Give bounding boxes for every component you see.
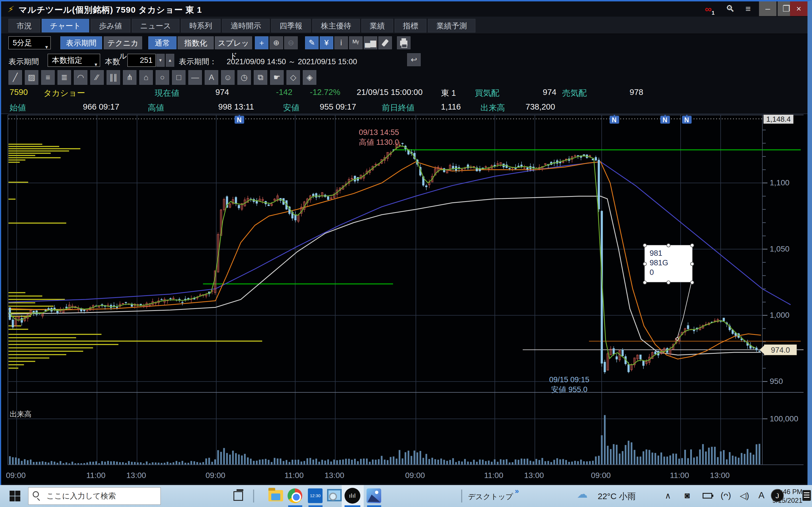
link-icon[interactable]: ∞1 (705, 4, 714, 16)
time-marker-icon[interactable]: ◷ (238, 70, 251, 85)
hand-icon[interactable]: ☛ (270, 70, 284, 85)
pencil-icon[interactable]: ✎ (305, 36, 319, 49)
market-name: 東 1 (441, 88, 456, 99)
low-label: 安値 (283, 102, 299, 114)
pentagon-icon[interactable]: ⌂ (139, 70, 153, 85)
rectangle-icon[interactable]: □ (172, 70, 186, 85)
zoom-in-icon[interactable]: ⊕ (269, 36, 283, 49)
close-button[interactable]: × (790, 1, 808, 16)
battery-icon[interactable] (703, 493, 712, 499)
ime-letter[interactable]: A (758, 490, 764, 501)
period-caption: 表示期間： (179, 57, 217, 67)
magnifier-app-icon[interactable] (327, 489, 342, 501)
resize-handle[interactable] (690, 243, 694, 247)
resize-handle[interactable] (666, 243, 670, 247)
spread-button[interactable]: スプレッド (215, 36, 252, 49)
print-icon[interactable] (397, 36, 410, 49)
resize-handle[interactable] (690, 281, 694, 284)
count-input[interactable]: 251 (128, 54, 156, 67)
camera-tray-icon[interactable]: ◙ (684, 491, 690, 500)
normal-button[interactable]: 通常 (148, 36, 176, 49)
change-percent: -12.72% (310, 88, 340, 97)
tab-4[interactable]: ニュース (132, 19, 179, 33)
tab-1[interactable]: 市況 (8, 19, 40, 33)
count-up-spinner[interactable]: ▲ (166, 54, 174, 67)
segment-icon[interactable]: — (188, 70, 202, 85)
stock-code: 7590 (10, 88, 28, 97)
taskbar-search-input[interactable]: ここに入力して検索 (28, 487, 161, 505)
tab-7[interactable]: 四季報 (271, 19, 311, 33)
my-chart-icon[interactable]: ᴹᵞ (349, 36, 363, 49)
weather-icon[interactable]: ☁ (577, 488, 588, 500)
indexed-button[interactable]: 指数化 (177, 36, 214, 49)
text-annotation-box[interactable]: 981 981G 0 (645, 245, 693, 282)
resize-handle[interactable] (643, 262, 647, 266)
clock-app-icon[interactable]: 12:30 (308, 489, 322, 503)
search-icon[interactable]: 🔍︎ (726, 4, 735, 14)
tab-10[interactable]: 指標 (395, 19, 426, 33)
speaker-icon[interactable]: ◁) (740, 491, 749, 501)
grid-lines-icon[interactable]: ≣ (57, 70, 71, 85)
tab-11[interactable]: 業績予測 (428, 19, 475, 33)
resize-handle[interactable] (643, 243, 647, 247)
horizontal-lines-icon[interactable]: ≡ (41, 70, 55, 85)
fibonacci-arc-icon[interactable]: ◠ (74, 70, 87, 85)
quote-row-2: 始値 966 09:17 高値 998 13:11 安値 955 09:17 前… (1, 101, 808, 114)
range-mode-select[interactable]: 本数指定▼ (48, 54, 100, 67)
minimize-button[interactable]: – (759, 1, 776, 16)
chart-area[interactable]: 1,1001,0501,000950100,00009:0011:0013:00… (1, 114, 808, 484)
chrome-icon[interactable] (288, 489, 302, 503)
reload-icon[interactable]: ↩ (407, 53, 421, 66)
desktop-toolbar-label[interactable]: デスクトップ (468, 492, 513, 502)
parallel-lines-icon[interactable]: ▨ (25, 70, 38, 85)
interval-select[interactable]: 5分足▼ (8, 36, 51, 49)
file-explorer-icon[interactable] (268, 490, 283, 501)
settings-wrench-icon[interactable] (378, 36, 392, 49)
start-button[interactable] (10, 491, 20, 501)
svg-text:13:00: 13:00 (324, 471, 344, 480)
tab-6[interactable]: 適時開示 (222, 19, 269, 33)
technical-button[interactable]: テクニカル (104, 36, 142, 49)
wifi-icon[interactable]: (ᴖ) (721, 491, 731, 500)
resize-handle[interactable] (643, 281, 647, 284)
svg-text:11:00: 11:00 (86, 471, 105, 480)
chevron-expand-icon[interactable]: » (515, 487, 519, 496)
bid-value: 974 (543, 88, 556, 97)
tab-5[interactable]: 時系列 (181, 19, 220, 33)
emoji-icon[interactable]: ☺ (221, 70, 235, 85)
tab-3[interactable]: 歩み値 (91, 19, 130, 33)
zoom-out-icon[interactable]: ⊖ (284, 36, 298, 49)
tab-9[interactable]: 業績 (361, 19, 393, 33)
count-down-spinner[interactable]: ▼ (156, 54, 165, 67)
notification-center-icon[interactable] (802, 490, 811, 501)
resize-handle[interactable] (690, 262, 694, 266)
search-icon (33, 491, 39, 497)
yen-icon[interactable]: ¥ (320, 36, 333, 49)
copy-icon[interactable]: ⧉ (254, 70, 267, 85)
fan-lines-icon[interactable]: ⁄⁄ (90, 70, 104, 85)
photos-app-icon[interactable] (366, 489, 381, 503)
resize-handle[interactable] (666, 281, 670, 284)
trendline-icon[interactable]: ╱ (8, 70, 22, 85)
vertical-lines-icon[interactable]: ∥∥ (107, 70, 120, 85)
ellipse-icon[interactable]: ○ (156, 70, 169, 85)
tray-caret-icon[interactable]: ∧ (665, 491, 671, 501)
tab-8[interactable]: 株主優待 (312, 19, 360, 33)
menu-icon[interactable]: ≡ (746, 4, 751, 14)
divider (461, 490, 462, 503)
range-toolbar: 表示期間 本数指定▼ 本数 251 ▼ ▲ 表示期間： 2021/09/09 1… (1, 52, 808, 69)
period-button[interactable]: 表示期間 (60, 36, 102, 49)
tab-2[interactable]: チャート (42, 19, 89, 33)
info-icon[interactable]: ⅰ (335, 36, 348, 49)
eraser-icon[interactable]: ◇ (287, 70, 300, 85)
taskbar-clock[interactable]: 9:46 PM9/15/2021 (769, 487, 802, 505)
pitchfork-icon[interactable]: ⋔ (123, 70, 137, 85)
trading-app-icon[interactable]: ılıl (345, 488, 360, 504)
svg-text:09:00: 09:00 (6, 471, 26, 480)
weather-text[interactable]: 22°C 小雨 (598, 491, 636, 502)
text-icon[interactable]: A (205, 70, 218, 85)
area-chart-icon[interactable]: ▄▆ (364, 36, 377, 49)
erase-all-icon[interactable]: ◈ (303, 70, 316, 85)
task-view-icon[interactable] (234, 491, 243, 501)
crosshair-icon[interactable]: ＋ (255, 36, 268, 49)
